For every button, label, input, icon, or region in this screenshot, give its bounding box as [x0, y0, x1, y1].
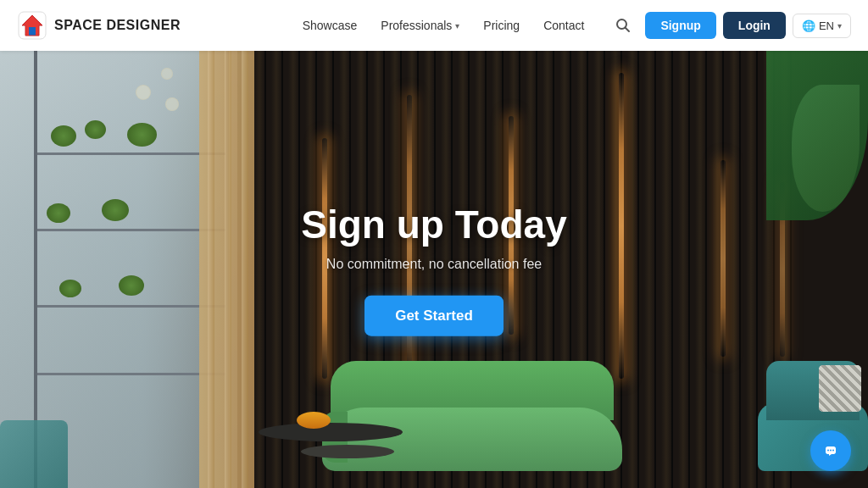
login-button[interactable]: Login — [723, 12, 786, 39]
lang-label: EN — [819, 19, 834, 32]
green-chair — [758, 336, 868, 488]
hero-section: Sign up Today No commitment, no cancella… — [0, 51, 868, 488]
hero-title: Sign up Today — [256, 203, 612, 247]
logo-icon — [17, 10, 47, 41]
language-button[interactable]: 🌐 EN ▾ — [793, 14, 851, 38]
light-bar — [721, 160, 726, 357]
nav-actions: Signup Login 🌐 EN ▾ — [608, 10, 851, 41]
nav-showcase[interactable]: Showcase — [292, 12, 368, 39]
navbar: SPACE DESIGNER Showcase Professionals ▾ … — [0, 0, 868, 51]
plant-decoration — [85, 120, 106, 139]
search-icon — [615, 18, 631, 33]
search-button[interactable] — [608, 10, 638, 41]
svg-line-5 — [626, 28, 630, 32]
chat-icon — [821, 441, 841, 461]
plant-decoration — [59, 280, 81, 297]
logo-area[interactable]: SPACE DESIGNER — [17, 10, 181, 41]
hero-subtitle: No commitment, no cancellation fee — [256, 256, 612, 271]
chair-decoration — [0, 420, 68, 488]
hero-content: Sign up Today No commitment, no cancella… — [256, 203, 612, 336]
svg-point-7 — [827, 450, 829, 452]
chevron-down-icon: ▾ — [455, 21, 459, 30]
plant-decoration — [127, 123, 157, 147]
chat-button[interactable] — [810, 430, 851, 471]
plant-decoration — [47, 203, 70, 223]
get-started-button[interactable]: Get Started — [364, 295, 504, 336]
svg-point-9 — [832, 450, 834, 452]
svg-rect-2 — [29, 27, 36, 36]
nav-contact[interactable]: Contact — [533, 12, 594, 39]
right-plant-area — [741, 51, 868, 488]
nav-pricing[interactable]: Pricing — [473, 12, 530, 39]
plant-decoration — [51, 125, 76, 147]
globe-icon: 🌐 — [802, 19, 815, 32]
nav-professionals[interactable]: Professionals ▾ — [370, 12, 470, 39]
plant-decoration — [119, 275, 144, 296]
signup-button[interactable]: Signup — [645, 12, 715, 39]
svg-point-8 — [830, 450, 832, 452]
brand-name: SPACE DESIGNER — [54, 18, 181, 33]
plant-decoration — [102, 199, 129, 221]
lang-chevron-icon: ▾ — [837, 21, 842, 30]
table-decoration — [254, 386, 424, 488]
nav-links: Showcase Professionals ▾ Pricing Contact — [292, 12, 595, 39]
light-bar — [619, 73, 624, 379]
